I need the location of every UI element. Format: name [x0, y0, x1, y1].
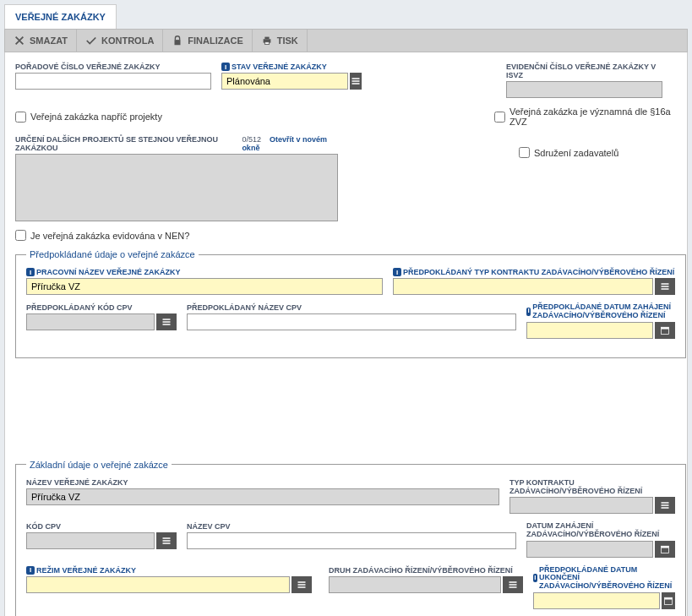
svg-rect-19 [163, 540, 171, 542]
svg-rect-26 [509, 581, 517, 583]
urceni-textarea[interactable] [15, 154, 338, 221]
pred-typ-picker[interactable] [655, 278, 675, 295]
svg-rect-2 [264, 37, 269, 40]
poradove-input[interactable] [15, 73, 211, 90]
zak-kodcpv-input[interactable] [26, 532, 155, 549]
svg-rect-3 [264, 42, 269, 45]
svg-rect-30 [665, 597, 673, 599]
finalize-label: FINALIZACE [188, 35, 242, 46]
zakladni-fieldset: Základní údaje o veřejné zakázce NÁZEV V… [15, 460, 686, 616]
svg-rect-12 [163, 324, 171, 325]
pracovni-input[interactable] [26, 278, 383, 295]
pred-kodcpv-picker[interactable] [156, 313, 177, 330]
svg-rect-7 [662, 283, 669, 285]
check-icon [85, 35, 97, 46]
svg-rect-4 [352, 78, 360, 79]
zak-rezim-picker[interactable] [292, 576, 312, 593]
svg-rect-24 [298, 584, 306, 586]
info-icon: i [221, 63, 230, 71]
zak-druh-input[interactable] [329, 576, 501, 593]
toolbar: SMAZAT KONTROLA FINALIZACE TISK [4, 29, 688, 52]
zak-datumzah-label: DATUM ZAHÁJENÍ ZADÁVACÍHO/VÝBĚROVÉHO ŘÍZ… [526, 522, 675, 539]
pred-datumzah-label: iPŘEDPOKLÁDANÉ DATUM ZAHÁJENÍ ZADÁVACÍHO… [526, 303, 675, 320]
zak-druh-picker[interactable] [503, 576, 523, 593]
zak-rezim-input[interactable] [26, 576, 290, 593]
zak-datumukonc-input[interactable] [533, 592, 660, 609]
pred-kodcpv-label: PŘEDPOKLÁDANÝ KÓD CPV [26, 303, 177, 312]
zak-rezim-label: iREŽIM VEŘEJNÉ ZAKÁZKY [26, 566, 312, 575]
zak-datumzah-picker[interactable] [655, 541, 675, 558]
zak-nazevcpv-label: NÁZEV CPV [187, 522, 516, 531]
chk-napric[interactable]: Veřejná zakázka napříč projekty [15, 106, 313, 127]
pred-typ-input[interactable] [393, 278, 653, 295]
pred-kodcpv-input[interactable] [26, 313, 155, 330]
zak-typ-picker[interactable] [655, 497, 675, 514]
stav-input[interactable] [221, 73, 348, 90]
list-icon [351, 76, 361, 86]
svg-rect-0 [175, 40, 181, 45]
chk-nen-box[interactable] [15, 230, 26, 241]
pred-typ-label: iPŘEDPOKLÁDANÝ TYP KONTRAKTU ZADÁVACÍHO/… [393, 268, 675, 276]
info-icon: i [26, 566, 35, 575]
pred-nazevcpv-label: PŘEDPOKLÁDANÝ NÁZEV CPV [187, 303, 516, 312]
delete-button[interactable]: SMAZAT [5, 30, 77, 52]
delete-label: SMAZAT [30, 35, 68, 46]
svg-rect-16 [662, 504, 669, 506]
info-icon: i [26, 268, 35, 276]
tab-public-contracts[interactable]: VEŘEJNÉ ZAKÁZKY [4, 4, 117, 29]
list-icon [161, 536, 172, 546]
stav-picker[interactable] [350, 73, 362, 90]
svg-rect-8 [662, 286, 669, 287]
evidencni-label: EVIDENČNÍ ČÍSLO VEŘEJNÉ ZAKÁZKY V ISVZ [506, 63, 662, 79]
predpokladane-fieldset: Předpokládané údaje o veřejné zakázce iP… [15, 249, 686, 358]
evidencni-input[interactable] [506, 81, 662, 98]
list-icon [660, 281, 670, 292]
list-icon [297, 580, 307, 590]
stav-label: iSTAV VEŘEJNÉ ZAKÁZKY [221, 63, 348, 71]
zak-druh-label: DRUH ZADÁVACÍHO ŘÍZENÍ/VÝBĚROVÉHO ŘÍZENÍ [329, 566, 523, 575]
urceni-counter: 0/512 [242, 135, 261, 144]
zak-kodcpv-label: KÓD CPV [26, 522, 177, 531]
close-icon [14, 35, 25, 46]
content: POŘADOVÉ ČÍSLO VEŘEJNÉ ZAKÁZKY iSTAV VEŘ… [4, 52, 688, 616]
svg-rect-28 [509, 586, 517, 588]
zak-nazev-input[interactable] [26, 488, 499, 505]
pred-datumzah-picker[interactable] [655, 322, 675, 339]
info-icon: i [533, 574, 537, 582]
calendar-icon [663, 596, 673, 606]
calendar-icon [660, 325, 670, 335]
finalize-button[interactable]: FINALIZACE [163, 30, 252, 52]
zak-typ-input[interactable] [509, 497, 653, 514]
chk-nen[interactable]: Je veřejná zakázka evidována v NEN? [15, 230, 677, 241]
svg-rect-11 [163, 321, 171, 323]
list-icon [660, 500, 670, 510]
zak-datumukonc-picker[interactable] [662, 592, 675, 609]
zakladni-legend: Základní údaje o veřejné zakázce [26, 460, 172, 470]
chk-vyznamna-box[interactable] [494, 112, 505, 123]
list-icon [161, 317, 172, 327]
calendar-icon [660, 544, 670, 554]
chk-sdruzeni[interactable]: Sdružení zadavatelů [519, 147, 618, 158]
urceni-label: URČENÍ DALŠÍCH PROJEKTŮ SE STEJNOU VEŘEJ… [15, 135, 242, 152]
zak-datumukonc-label: iPŘEDPOKLÁDANÉ DATUM UKONČENÍ ZADÁVACÍHO… [533, 566, 675, 591]
poradove-label: POŘADOVÉ ČÍSLO VEŘEJNÉ ZAKÁZKY [15, 63, 211, 71]
svg-rect-27 [509, 584, 517, 586]
chk-sdruzeni-box[interactable] [519, 147, 530, 158]
zak-kodcpv-picker[interactable] [156, 532, 177, 549]
pred-nazevcpv-input[interactable] [187, 313, 516, 330]
zak-datumzah-input[interactable] [526, 541, 653, 558]
chk-napric-box[interactable] [15, 112, 26, 123]
svg-rect-25 [298, 586, 306, 588]
check-button[interactable]: KONTROLA [77, 30, 163, 52]
lock-icon [172, 35, 183, 46]
svg-rect-22 [662, 546, 669, 548]
print-icon [261, 35, 273, 46]
pred-datumzah-input[interactable] [526, 322, 653, 339]
svg-rect-23 [298, 581, 306, 583]
print-button[interactable]: TISK [253, 30, 308, 52]
print-label: TISK [277, 35, 298, 46]
svg-rect-18 [163, 537, 171, 539]
zak-nazevcpv-input[interactable] [187, 532, 516, 549]
list-icon [508, 580, 518, 590]
chk-vyznamna[interactable]: Veřejná zakázka je významná dle §16a ZVZ [494, 106, 677, 127]
